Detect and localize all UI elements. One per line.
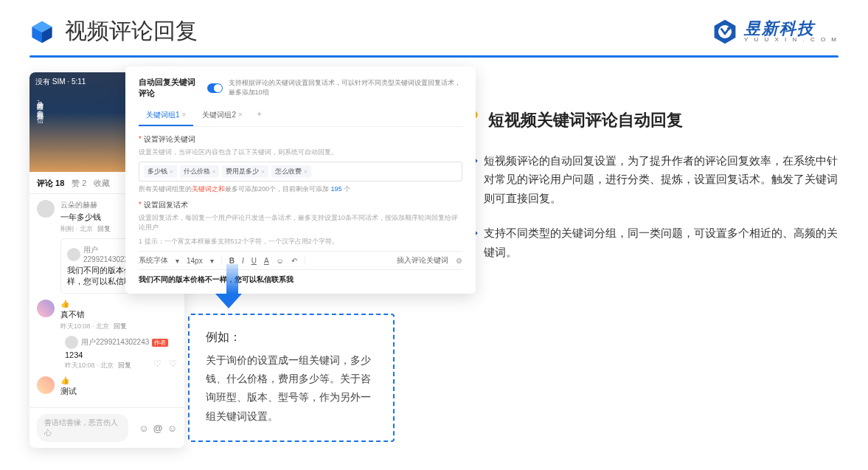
example-title: 例如： xyxy=(206,330,377,345)
avatar xyxy=(65,336,78,349)
comment-item: 👍 测试 xyxy=(37,376,177,397)
bold-icon[interactable]: B xyxy=(229,257,235,265)
keyword-tag[interactable]: 多少钱× xyxy=(144,165,177,178)
keyword-count-hint: 所有关键词组里的关键词之和最多可添加200个，目前剩余可添加 195 个 xyxy=(139,184,462,194)
color-icon[interactable]: A xyxy=(264,257,269,265)
keyword-tag[interactable]: 费用是多少× xyxy=(222,165,268,178)
brand-logo: 昱新科技 Y U U X I N . C O M xyxy=(712,18,839,45)
section-title: 设置评论关键词 xyxy=(139,134,462,145)
comment-item: 👍 真不错 昨天10:08 · 北京回复 用户2299214302243作者 1… xyxy=(37,300,177,370)
brand-name-en: Y U U X I N . C O M xyxy=(744,37,839,43)
keyword-settings-panel: 自动回复关键词评论 支持根据评论的关键词设置回复话术，可以针对不同类型关键词设置… xyxy=(125,66,476,294)
page-header: 视频评论回复 昱新科技 Y U U X I N . C O M xyxy=(0,0,868,55)
section-heading: 短视频关键词评论自动回复 xyxy=(488,109,683,131)
keyword-group-tab[interactable]: 关键词组1× xyxy=(139,106,193,126)
undo-icon[interactable]: ↶ xyxy=(291,257,297,265)
bullet-item: 支持不同类型的关键词分组，同一类问题，可设置多个相近的、高频的关键词。 xyxy=(457,224,839,262)
arrow-down-icon xyxy=(223,264,242,308)
auto-reply-toggle[interactable] xyxy=(207,83,223,93)
underline-icon[interactable]: U xyxy=(251,257,257,265)
reply-link[interactable]: 回复 xyxy=(97,224,111,234)
reply-preview-text[interactable]: 我们不同的版本价格不一样，您可以私信联系我 xyxy=(139,274,462,285)
brand-name-cn: 昱新科技 xyxy=(744,20,839,37)
heart-icon[interactable]: ♡ xyxy=(153,359,162,369)
tab-likes[interactable]: 赞 2 xyxy=(72,178,86,189)
keyword-tag[interactable]: 怎么收费× xyxy=(271,165,311,178)
example-callout: 例如： 关于询价的设置成一组关键词，多少钱、什么价格，费用多少等。关于咨询班型、… xyxy=(188,314,395,442)
svg-point-5 xyxy=(727,27,731,30)
comment-input[interactable]: 善语结善缘，恶言伤人心 xyxy=(37,414,128,442)
avatar xyxy=(67,248,80,261)
bullet-item: 短视频评论的自动回复设置，为了提升作者的评论回复效率，在系统中针对常见的评论用户… xyxy=(457,152,839,208)
font-size-select[interactable]: 14px xyxy=(187,257,203,265)
brand-hex-icon xyxy=(712,18,738,45)
example-body: 关于询价的设置成一组关键词，多少钱、什么价格，费用多少等。关于咨询班型、版本、型… xyxy=(206,351,377,426)
page-title: 视频评论回复 xyxy=(65,16,198,46)
emoji-icon[interactable]: ☺ xyxy=(167,423,177,434)
italic-icon[interactable]: I xyxy=(242,257,244,265)
image-icon[interactable]: ☺ xyxy=(139,423,148,434)
comment-input-bar: 善语结善缘，恶言伤人心 ☺@☺ xyxy=(29,407,184,448)
tab-comments[interactable]: 评论 18 xyxy=(37,178,64,189)
logo-cube-icon xyxy=(29,19,55,44)
gear-icon[interactable]: ⚙ xyxy=(456,257,462,265)
auto-reply-desc: 支持根据评论的关键词设置回复话术，可以针对不同类型关键词设置回复话术，最多添加1… xyxy=(229,78,462,97)
video-caption: 身的力有限, 自觉心有漏.信 xyxy=(35,96,45,112)
insert-keyword-button[interactable]: 插入评论关键词 xyxy=(397,255,448,266)
emoji-icon[interactable]: ☺ xyxy=(277,257,284,265)
section-title: 设置回复话术 xyxy=(139,200,462,210)
keyword-group-tab[interactable]: 关键词组2× xyxy=(195,106,249,126)
avatar xyxy=(37,376,55,394)
add-group-button[interactable]: + xyxy=(251,106,268,126)
keyword-tag[interactable]: 什么价格× xyxy=(180,165,220,178)
dislike-icon[interactable]: ♡ xyxy=(169,359,177,369)
avatar xyxy=(37,200,55,218)
auto-reply-label: 自动回复关键词评论 xyxy=(139,77,201,99)
keyword-input-box[interactable]: 多少钱× 什么价格× 费用是多少× 怎么收费× xyxy=(139,162,462,182)
at-icon[interactable]: @ xyxy=(153,423,163,434)
tab-favs[interactable]: 收藏 xyxy=(94,178,110,189)
author-badge: 作者 xyxy=(152,339,168,347)
comment-username: 👍 xyxy=(60,300,177,308)
close-icon[interactable]: × xyxy=(238,111,243,119)
rich-text-toolbar: 系统字体▾ 14px▾ B I U A ☺ ↶ 插入评论关键词 ⚙ xyxy=(139,251,462,270)
font-select[interactable]: 系统字体 xyxy=(139,255,168,266)
close-icon[interactable]: × xyxy=(182,111,187,119)
reply-link[interactable]: 回复 xyxy=(114,322,127,331)
avatar xyxy=(37,300,55,317)
